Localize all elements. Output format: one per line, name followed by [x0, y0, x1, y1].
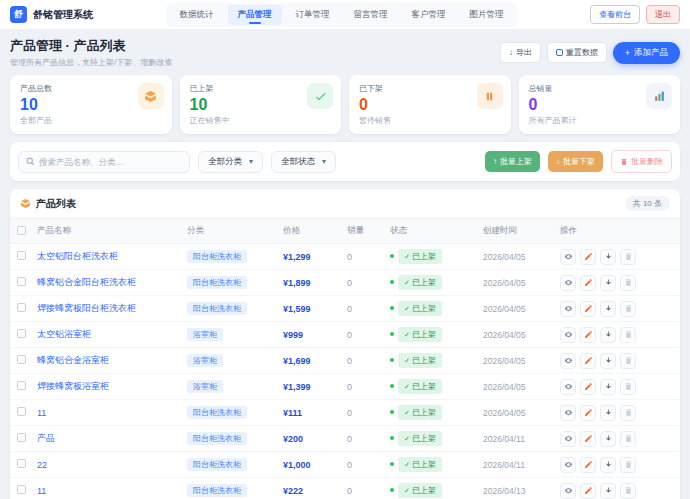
row-checkbox[interactable]	[17, 277, 26, 286]
status-badge: ✓已上架	[398, 379, 442, 394]
delete-button[interactable]	[620, 327, 636, 343]
edit-button[interactable]	[580, 249, 596, 265]
nav-item-messages[interactable]: 留言管理	[344, 5, 398, 25]
edit-button[interactable]	[580, 405, 596, 421]
nav-item-stats[interactable]: 数据统计	[170, 5, 224, 25]
bulk-delete-button[interactable]: 批量删除	[611, 150, 672, 173]
stat-desc: 暂停销售	[359, 115, 501, 126]
row-checkbox[interactable]	[17, 303, 26, 312]
edit-button[interactable]	[580, 457, 596, 473]
delete-button[interactable]	[620, 483, 636, 499]
status-dot	[390, 332, 394, 336]
trash-icon	[624, 330, 633, 339]
offline-button[interactable]	[600, 275, 616, 291]
select-all-checkbox[interactable]	[17, 226, 26, 235]
delete-button[interactable]	[620, 275, 636, 291]
row-actions	[560, 301, 680, 317]
delete-button[interactable]	[620, 431, 636, 447]
nav-item-customers[interactable]: 客户管理	[402, 5, 456, 25]
offline-button[interactable]	[600, 431, 616, 447]
edit-button[interactable]	[580, 353, 596, 369]
delete-button[interactable]	[620, 379, 636, 395]
offline-button[interactable]	[600, 405, 616, 421]
view-button[interactable]	[560, 431, 576, 447]
product-name-link[interactable]: 产品	[37, 432, 182, 445]
category-badge: 阳台柜洗衣柜	[187, 406, 247, 419]
delete-button[interactable]	[620, 457, 636, 473]
view-button[interactable]	[560, 301, 576, 317]
status-dot	[390, 410, 394, 414]
edit-button[interactable]	[580, 483, 596, 499]
created-date: 2026/04/05	[483, 278, 526, 288]
view-button[interactable]	[560, 405, 576, 421]
delete-button[interactable]	[620, 249, 636, 265]
bulk-offline-button[interactable]: ↓ 批量下架	[548, 151, 603, 172]
status-badge: ✓已上架	[398, 457, 442, 472]
category-select[interactable]: 全部分类 ▾	[198, 151, 263, 173]
row-checkbox[interactable]	[17, 485, 26, 494]
product-name-link[interactable]: 焊接蜂窝板浴室柜	[37, 380, 182, 393]
table-row: 11 阳台柜洗衣柜 ¥111 0 ✓已上架 2026/04/05	[10, 400, 680, 426]
nav-item-products[interactable]: 产品管理	[228, 5, 282, 25]
edit-button[interactable]	[580, 379, 596, 395]
row-checkbox[interactable]	[17, 381, 26, 390]
product-name-link[interactable]: 太空铝浴室柜	[37, 328, 182, 341]
offline-button[interactable]	[600, 353, 616, 369]
row-checkbox[interactable]	[17, 459, 26, 468]
status-dot	[390, 488, 394, 492]
view-button[interactable]	[560, 327, 576, 343]
edit-button[interactable]	[580, 327, 596, 343]
row-checkbox[interactable]	[17, 329, 26, 338]
check-icon: ✓	[404, 305, 410, 313]
view-button[interactable]	[560, 457, 576, 473]
reset-data-button[interactable]: 重置数据	[547, 42, 607, 63]
trash-icon	[624, 356, 633, 365]
search-input[interactable]	[39, 157, 182, 167]
offline-button[interactable]	[600, 249, 616, 265]
add-product-button[interactable]: + 添加产品	[613, 42, 680, 64]
nav-item-images[interactable]: 图片管理	[460, 5, 514, 25]
product-name-link[interactable]: 太空铝阳台柜洗衣柜	[37, 250, 182, 263]
product-name-link[interactable]: 蜂窝铝合金阳台柜洗衣柜	[37, 276, 182, 289]
page-header: 产品管理 · 产品列表 管理所有产品信息，支持上架/下架、增删改查 ↓ 导出 重…	[0, 30, 690, 73]
offline-button[interactable]	[600, 301, 616, 317]
export-button[interactable]: ↓ 导出	[500, 42, 541, 63]
product-name-link[interactable]: 11	[37, 486, 182, 496]
view-button[interactable]	[560, 353, 576, 369]
view-button[interactable]	[560, 483, 576, 499]
view-button[interactable]	[560, 379, 576, 395]
category-badge: 浴室柜	[187, 328, 223, 341]
row-checkbox[interactable]	[17, 407, 26, 416]
view-button[interactable]	[560, 249, 576, 265]
nav-item-orders[interactable]: 订单管理	[286, 5, 340, 25]
sales-value: 0	[347, 278, 352, 288]
product-name-link[interactable]: 蜂窝铝合金浴室柜	[37, 354, 182, 367]
row-checkbox[interactable]	[17, 433, 26, 442]
offline-button[interactable]	[600, 457, 616, 473]
row-checkbox[interactable]	[17, 355, 26, 364]
view-button[interactable]	[560, 275, 576, 291]
edit-button[interactable]	[580, 301, 596, 317]
section-title: 产品列表	[36, 197, 76, 211]
delete-button[interactable]	[620, 405, 636, 421]
main-nav: 数据统计 产品管理 订单管理 留言管理 客户管理 图片管理	[166, 3, 518, 27]
product-name-link[interactable]: 11	[37, 408, 182, 418]
logout-button[interactable]: 退出	[646, 5, 680, 24]
price-value: ¥200	[283, 434, 303, 444]
row-checkbox[interactable]	[17, 251, 26, 260]
view-site-button[interactable]: 查看前台	[590, 5, 640, 24]
delete-button[interactable]	[620, 353, 636, 369]
offline-button[interactable]	[600, 327, 616, 343]
delete-button[interactable]	[620, 301, 636, 317]
product-name-link[interactable]: 22	[37, 460, 182, 470]
offline-button[interactable]	[600, 379, 616, 395]
check-icon	[307, 83, 333, 109]
edit-button[interactable]	[580, 275, 596, 291]
status-select[interactable]: 全部状态 ▾	[271, 151, 336, 173]
bulk-online-button[interactable]: ↑ 批量上架	[485, 151, 540, 172]
product-name-link[interactable]: 焊接蜂窝板阳台柜洗衣柜	[37, 302, 182, 315]
eye-icon	[564, 434, 573, 443]
edit-button[interactable]	[580, 431, 596, 447]
created-date: 2026/04/05	[483, 382, 526, 392]
offline-button[interactable]	[600, 483, 616, 499]
